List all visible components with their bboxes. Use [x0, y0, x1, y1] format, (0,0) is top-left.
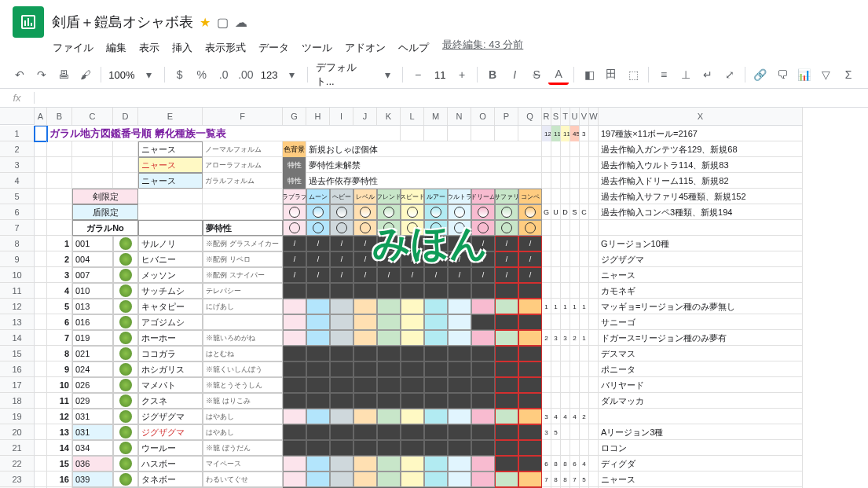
cell[interactable] — [561, 393, 570, 409]
cell[interactable] — [518, 377, 542, 393]
cell[interactable]: 1 — [561, 299, 570, 314]
cell[interactable] — [471, 126, 495, 141]
cell[interactable] — [35, 346, 47, 361]
pokemon-sprite-icon[interactable] — [113, 314, 138, 330]
cell[interactable] — [113, 173, 138, 189]
cell[interactable] — [542, 251, 551, 267]
cell[interactable] — [377, 330, 401, 346]
cell[interactable]: ニャース — [138, 157, 203, 173]
cell[interactable]: 2 — [580, 409, 589, 424]
cell[interactable]: はやあし — [203, 409, 283, 424]
chart-button[interactable]: 📊 — [794, 64, 815, 85]
cell[interactable]: / — [495, 251, 518, 267]
menu-ヘルプ[interactable]: ヘルプ — [393, 38, 434, 58]
cell[interactable] — [283, 299, 306, 314]
cell[interactable]: / — [424, 251, 448, 267]
cell[interactable] — [306, 440, 330, 456]
col-header-E[interactable]: E — [138, 108, 203, 125]
ball-icon[interactable] — [471, 204, 495, 220]
cell[interactable] — [580, 440, 589, 456]
cell[interactable]: / — [518, 251, 542, 267]
pokemon-sprite-icon[interactable] — [113, 440, 138, 456]
row-header-21[interactable]: 21 — [0, 440, 35, 456]
zoom-select[interactable]: 100% — [106, 64, 137, 85]
formats-button[interactable]: 123 — [258, 64, 280, 85]
cell[interactable] — [589, 126, 599, 141]
redo-button[interactable]: ↷ — [31, 64, 52, 85]
pokemon-sprite-icon[interactable] — [113, 299, 138, 314]
cell[interactable] — [353, 424, 377, 440]
cell[interactable]: 6 — [542, 456, 551, 471]
cell[interactable] — [518, 330, 542, 346]
borders-button[interactable]: 田 — [601, 64, 621, 85]
cell[interactable] — [518, 440, 542, 456]
row-header-20[interactable]: 20 — [0, 424, 35, 440]
cell[interactable] — [377, 283, 401, 299]
cell[interactable] — [283, 314, 306, 330]
row-header-4[interactable]: 4 — [0, 173, 35, 189]
last-edit[interactable]: 最終編集: 43 分前 — [442, 38, 523, 58]
cell[interactable]: 019 — [72, 330, 113, 346]
cell[interactable] — [561, 314, 570, 330]
cell[interactable]: タネボー — [138, 471, 203, 487]
cell[interactable] — [306, 283, 330, 299]
cell[interactable] — [580, 283, 589, 299]
cell[interactable] — [518, 126, 542, 141]
cell[interactable] — [561, 189, 570, 204]
cell[interactable] — [471, 330, 495, 346]
cell[interactable] — [542, 346, 551, 361]
cell[interactable]: / — [448, 251, 471, 267]
cell[interactable] — [589, 377, 599, 393]
cell[interactable] — [330, 361, 353, 377]
cell[interactable]: 8 — [47, 346, 72, 361]
cell[interactable]: クスネ — [138, 393, 203, 409]
cell[interactable] — [353, 440, 377, 456]
cell[interactable]: / — [283, 267, 306, 283]
cell[interactable]: / — [283, 251, 306, 267]
cell[interactable] — [35, 283, 47, 299]
cell[interactable] — [353, 283, 377, 299]
ball-icon[interactable] — [448, 204, 471, 220]
cell[interactable] — [471, 346, 495, 361]
cell[interactable]: 特性 — [283, 173, 306, 189]
cell[interactable] — [495, 299, 518, 314]
cell[interactable]: / — [495, 236, 518, 251]
cell[interactable]: 8 — [551, 456, 561, 471]
cell[interactable] — [306, 456, 330, 471]
cell[interactable] — [551, 189, 561, 204]
cell[interactable] — [448, 330, 471, 346]
cell[interactable] — [471, 440, 495, 456]
cell[interactable] — [551, 220, 561, 236]
cell[interactable]: ガラルNo — [72, 220, 138, 236]
cell[interactable] — [589, 330, 599, 346]
cell[interactable]: ホシガリス — [138, 361, 203, 377]
halign-button[interactable]: ≡ — [654, 64, 674, 85]
cell[interactable]: ジグザグマ — [138, 409, 203, 424]
cell[interactable] — [377, 346, 401, 361]
cell[interactable]: 1 — [570, 299, 580, 314]
cell[interactable] — [471, 283, 495, 299]
formula-bar[interactable]: fx — [0, 89, 868, 108]
cell[interactable]: 16 — [47, 471, 72, 487]
cell[interactable] — [580, 189, 589, 204]
cell[interactable] — [448, 361, 471, 377]
chevron-down-icon[interactable]: ▾ — [377, 64, 397, 85]
cell[interactable]: 029 — [72, 393, 113, 409]
cell[interactable] — [518, 283, 542, 299]
cell[interactable] — [47, 220, 72, 236]
cell[interactable]: 過去作輸入ドリーム115、新規82 — [599, 173, 803, 189]
cell[interactable] — [138, 204, 203, 220]
cell[interactable]: テレパシー — [203, 283, 283, 299]
cell[interactable] — [551, 267, 561, 283]
cell[interactable]: / — [471, 251, 495, 267]
cell[interactable] — [401, 346, 424, 361]
row-header-15[interactable]: 15 — [0, 346, 35, 361]
cell[interactable]: 114 — [561, 126, 570, 141]
bold-button[interactable]: B — [482, 64, 503, 85]
cell[interactable]: / — [448, 236, 471, 251]
cell[interactable] — [580, 267, 589, 283]
cell[interactable] — [35, 126, 47, 141]
cell[interactable] — [424, 314, 448, 330]
cell[interactable]: サファリ — [495, 189, 518, 204]
cell[interactable] — [377, 440, 401, 456]
